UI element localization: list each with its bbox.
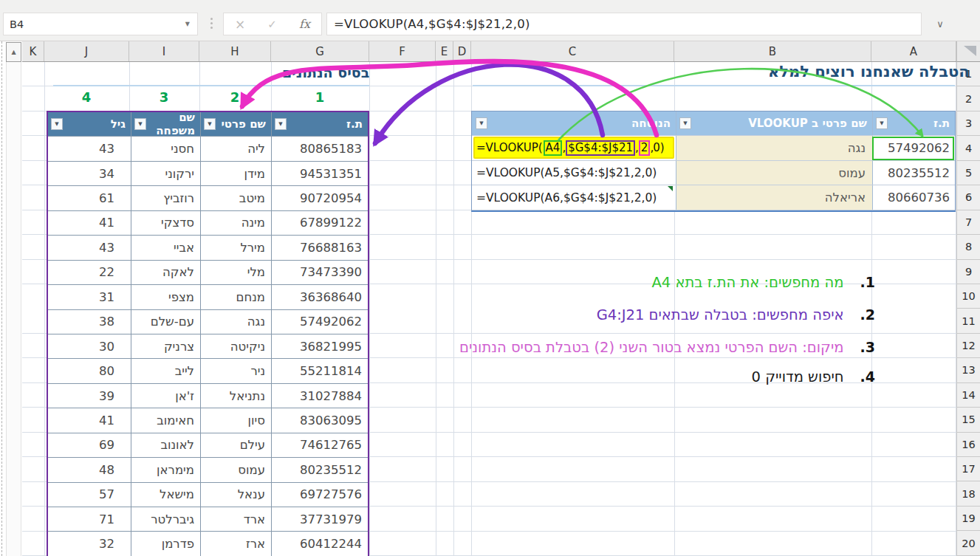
cell-age[interactable]: 43 (48, 137, 131, 160)
cell-last-name[interactable]: רוזביץ (131, 186, 200, 210)
cell-age[interactable]: 80 (48, 359, 131, 382)
cell-first-name[interactable]: ארד (200, 507, 271, 531)
insert-function-icon[interactable]: fx (299, 17, 310, 31)
cell-age[interactable]: 57 (48, 483, 131, 507)
cell-age[interactable]: 48 (48, 458, 131, 481)
row-header[interactable]: 19 (957, 507, 980, 531)
row-header[interactable]: 12 (957, 334, 980, 358)
row-header[interactable]: 11 (957, 309, 980, 333)
cell-age[interactable]: 39 (48, 384, 131, 408)
row-header[interactable]: 20 (957, 531, 980, 555)
filter-icon[interactable]: ▼ (204, 118, 216, 130)
table-row[interactable]: 37731979 ארד גיברלטר 71 (48, 507, 368, 532)
cell-first-name[interactable]: סיון (200, 408, 271, 432)
cell-last-name[interactable]: לאקה (131, 261, 200, 284)
row-header[interactable]: 2 (957, 86, 980, 111)
filter-icon[interactable]: ▼ (51, 118, 63, 130)
cell-first-name[interactable]: מינה (200, 211, 271, 235)
cell-last-name[interactable]: מצפי (131, 285, 200, 309)
cell-id[interactable]: 90720954 (271, 186, 368, 210)
column-header-C[interactable]: C (471, 41, 674, 61)
cell-id[interactable]: 36368640 (271, 285, 368, 309)
row-header[interactable]: 16 (957, 433, 980, 457)
column-header-I[interactable]: I (129, 41, 199, 61)
table-row[interactable]: 83063095 סיון חאימוב 41 (48, 408, 368, 433)
cell-a5-id[interactable]: 80235512 (872, 161, 955, 185)
cell-age[interactable]: 34 (48, 162, 131, 185)
cell-age[interactable]: 41 (48, 211, 131, 235)
filter-icon[interactable]: ▼ (275, 118, 287, 130)
cell-c4-formula[interactable]: =VLOOKUP(A4,$G$4:$J$21,2,0) (473, 136, 676, 159)
cancel-icon[interactable]: × (235, 17, 245, 32)
cell-id[interactable]: 74612765 (271, 433, 368, 457)
scroll-up-button[interactable]: ▲ (6, 42, 21, 62)
cell-id[interactable]: 69727576 (271, 483, 368, 507)
cell-last-name[interactable]: לייב (131, 359, 200, 382)
row-header[interactable]: 15 (957, 408, 980, 432)
cell-first-name[interactable]: ליה (200, 137, 271, 160)
table-row-5[interactable]: 80235512 עמוס =VLOOKUP(A5,$G$4:$J$21,2,0… (472, 161, 955, 185)
row-header[interactable]: 4 (957, 136, 980, 160)
cell-first-name[interactable]: ענאל (200, 483, 271, 507)
cell-last-name[interactable]: סדצקי (131, 211, 200, 235)
vertical-scrollbar[interactable] (6, 62, 21, 556)
table-row[interactable]: 67899122 מינה סדצקי 41 (48, 211, 368, 236)
cell-id[interactable]: 83063095 (271, 408, 368, 432)
cell-first-name[interactable]: מיטב (200, 186, 271, 210)
cell-first-name[interactable]: נתניאל (200, 384, 271, 408)
row-header[interactable]: 3 (957, 111, 980, 136)
cell-first-name[interactable]: ניר (200, 359, 271, 382)
header-cell-id[interactable]: ת.ז▼ (872, 111, 955, 135)
table-row[interactable]: 94531351 מידן ירקוני 34 (48, 162, 368, 186)
cell-id[interactable]: 31027884 (271, 384, 368, 408)
table-row[interactable]: 74612765 עילם לאונוב 69 (48, 433, 368, 458)
cell-last-name[interactable]: אביי (131, 236, 200, 259)
cell-last-name[interactable]: חסני (131, 137, 200, 160)
cell-age[interactable]: 61 (48, 186, 131, 210)
row-header[interactable]: 8 (957, 235, 980, 259)
column-header-H[interactable]: H (199, 41, 271, 61)
table-row[interactable]: 57492062 נגה עם-שלם 38 (48, 310, 368, 334)
table-row[interactable]: 80865183 ליה חסני 43 (48, 137, 368, 161)
row-header[interactable]: 17 (957, 457, 980, 481)
column-header-G[interactable]: G (271, 41, 369, 61)
cell-id[interactable]: 60412244 (271, 532, 368, 555)
cell-age[interactable]: 30 (48, 334, 131, 358)
cell-first-name[interactable]: מידן (200, 162, 271, 185)
table-row[interactable]: 36368640 מנחם מצפי 31 (48, 285, 368, 309)
table-row[interactable]: 31027884 נתניאל ז'אן 39 (48, 384, 368, 408)
cell-last-name[interactable]: פדרמן (131, 532, 200, 555)
header-cell-formula[interactable]: הנוסחה▼ (473, 111, 676, 135)
cell-b6-name[interactable]: אריאלה (676, 185, 872, 209)
cell-first-name[interactable]: עילם (200, 433, 271, 457)
table-row[interactable]: 60412244 ארז פדרמן 32 (48, 532, 368, 556)
header-cell-last-name[interactable]: שם משפחה▼ (131, 112, 200, 136)
table-row[interactable]: 69727576 ענאל מישאל 57 (48, 483, 368, 507)
row-header[interactable]: 14 (957, 383, 980, 408)
cell-age[interactable]: 43 (48, 236, 131, 259)
header-cell-id[interactable]: ת.ז▼ (271, 112, 368, 136)
enter-icon[interactable]: ✓ (267, 18, 277, 31)
cell-id[interactable]: 80235512 (271, 458, 368, 481)
cell-age[interactable]: 41 (48, 408, 131, 432)
cell-last-name[interactable]: לאונוב (131, 433, 200, 457)
cell-id[interactable]: 73473390 (271, 261, 368, 284)
expand-formula-bar-icon[interactable]: ∨ (928, 13, 953, 35)
formula-bar-drag-handle[interactable] (210, 18, 213, 20)
cell-age[interactable]: 32 (48, 532, 131, 555)
cell-id[interactable]: 94531351 (271, 162, 368, 185)
column-header-J[interactable]: J (44, 41, 129, 61)
cell-last-name[interactable]: מישאל (131, 483, 200, 507)
row-header[interactable]: 18 (957, 481, 980, 506)
cell-first-name[interactable]: ארז (200, 532, 271, 555)
cell-last-name[interactable]: עם-שלם (131, 310, 200, 334)
name-box-dropdown-icon[interactable]: ▼ (185, 21, 190, 27)
header-cell-vlookup-name[interactable]: שם פרטי ב VLOOKUP▼ (676, 111, 872, 135)
cell-id[interactable]: 36821995 (271, 334, 368, 358)
filter-icon[interactable]: ▼ (134, 118, 146, 130)
cell-id[interactable]: 67899122 (271, 211, 368, 235)
cell-age[interactable]: 31 (48, 285, 131, 309)
table-row[interactable]: 36821995 ניקיטה צרניק 30 (48, 334, 368, 359)
cell-first-name[interactable]: מנחם (200, 285, 271, 309)
cell-id[interactable]: 37731979 (271, 507, 368, 531)
